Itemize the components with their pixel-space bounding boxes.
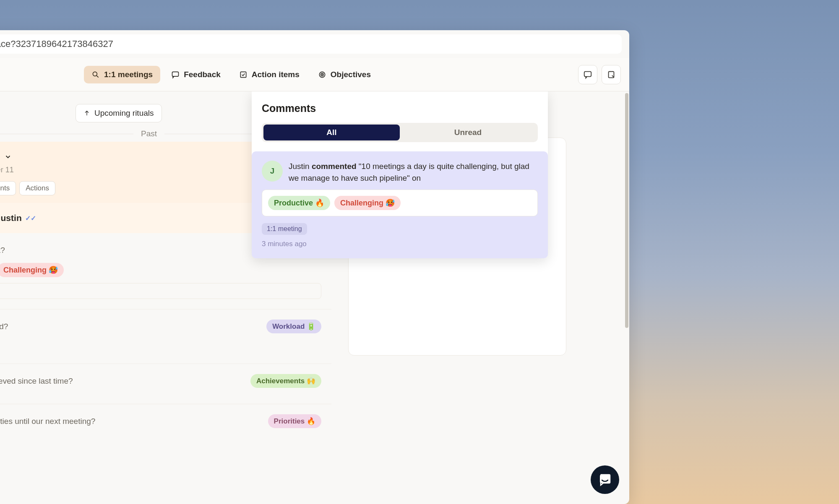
question-text: our workload? (0, 322, 8, 331)
svg-rect-3 (240, 72, 246, 77)
answer-chips: tive 🔥 Challenging 🥵 (0, 263, 321, 277)
notes-button[interactable] (602, 65, 621, 84)
filter-tab-all[interactable]: All (263, 125, 400, 140)
svg-point-0 (93, 72, 97, 76)
chip-challenging: Challenging 🥵 (0, 263, 64, 277)
panel-title: Comments (262, 102, 538, 114)
chat-icon (171, 70, 180, 79)
address-bar: workspace?3237189642173846327 (0, 30, 629, 58)
divider-line (0, 134, 133, 134)
answers-title-text: ers from Justin (0, 213, 22, 223)
nav-tab-label: Action items (252, 70, 300, 79)
chip-challenging: Challenging 🥵 (334, 196, 401, 210)
comment-text: Justin commented "10 meetings a day is q… (289, 161, 538, 184)
top-nav: 1:1 meetings Feedback Action items Objec… (0, 58, 629, 91)
nav-tab-feedback[interactable]: Feedback (164, 66, 228, 83)
tab-comments[interactable]: Comments (0, 181, 16, 195)
avatar: J (262, 161, 283, 182)
question-text: ve you achieved since last time? (0, 377, 73, 386)
scrollbar-track[interactable] (625, 91, 628, 504)
question-text: e your priorities until our next meeting… (0, 417, 95, 426)
comment-input-stub[interactable] (0, 283, 321, 299)
checkbox-icon (239, 70, 248, 79)
answers-title: ers from Justin ✓✓ (0, 213, 36, 223)
target-icon (318, 70, 326, 79)
chat-icon (583, 70, 592, 79)
comment-author: Justin (289, 162, 310, 171)
intercom-icon (598, 473, 612, 486)
category-pill-priorities: Priorities 🔥 (268, 414, 321, 428)
browser-window: workspace?3237189642173846327 1:1 meetin… (0, 30, 629, 504)
questions-list: s your week? Mood 🌈 tive 🔥 Challenging 🥵… (0, 233, 331, 444)
upcoming-label: Upcoming rituals (94, 109, 154, 118)
comments-button[interactable] (578, 65, 597, 84)
help-fab[interactable] (591, 465, 619, 494)
question-text: s your week? (0, 246, 5, 255)
context-pill: 1:1 meeting (262, 223, 307, 235)
question-row-workload: our workload? Workload 🔋 d 👌 (0, 309, 331, 364)
nav-tab-objectives[interactable]: Objectives (310, 66, 378, 83)
category-pill-workload: Workload 🔋 (266, 320, 321, 333)
doublecheck-icon: ✓✓ (25, 214, 36, 222)
comment-head: J Justin commented "10 meetings a day is… (262, 161, 538, 184)
tab-actions[interactable]: Actions (19, 181, 55, 195)
comment-timestamp: 3 minutes ago (262, 240, 538, 248)
quoted-answer-box: Productive 🔥 Challenging 🥵 (262, 190, 538, 216)
svg-point-6 (322, 74, 323, 75)
top-right-buttons (578, 65, 621, 84)
notepad-icon (607, 70, 616, 79)
question-row-achievements: ve you achieved since last time? Achieve… (0, 364, 331, 404)
answer-chips: d 👌 (0, 339, 321, 353)
nav-tab-label: 1:1 meetings (104, 70, 153, 79)
svg-rect-2 (172, 72, 179, 76)
chip-productive: Productive 🔥 (268, 196, 330, 210)
url-input[interactable]: workspace?3237189642173846327 (0, 34, 622, 54)
search-icon (91, 70, 100, 79)
nav-tab-action-items[interactable]: Action items (232, 66, 307, 83)
comment-action: commented (312, 162, 357, 171)
svg-rect-7 (584, 71, 591, 76)
question-row-priorities: e your priorities until our next meeting… (0, 404, 331, 444)
scrollbar-thumb[interactable] (625, 93, 628, 328)
filter-tab-unread[interactable]: Unread (400, 125, 536, 140)
comments-filter-segmented: All Unread (262, 123, 538, 142)
arrow-up-icon (83, 110, 90, 117)
chevron-down-icon (4, 153, 12, 161)
upcoming-rituals-button[interactable]: Upcoming rituals (76, 104, 162, 122)
nav-tabs: 1:1 meetings Feedback Action items Objec… (84, 66, 378, 83)
nav-tab-meetings[interactable]: 1:1 meetings (84, 66, 160, 83)
nav-tab-label: Objectives (331, 70, 371, 79)
content-area: Upcoming rituals Past meeting ay, novemb… (0, 91, 629, 504)
comment-card[interactable]: J Justin commented "10 meetings a day is… (252, 151, 548, 258)
nav-tab-label: Feedback (184, 70, 221, 79)
svg-line-1 (96, 75, 99, 78)
past-label: Past (133, 129, 164, 138)
comments-panel: Comments All Unread J Justin commented "… (252, 91, 548, 258)
category-pill-achievements: Achievements 🙌 (250, 374, 321, 388)
